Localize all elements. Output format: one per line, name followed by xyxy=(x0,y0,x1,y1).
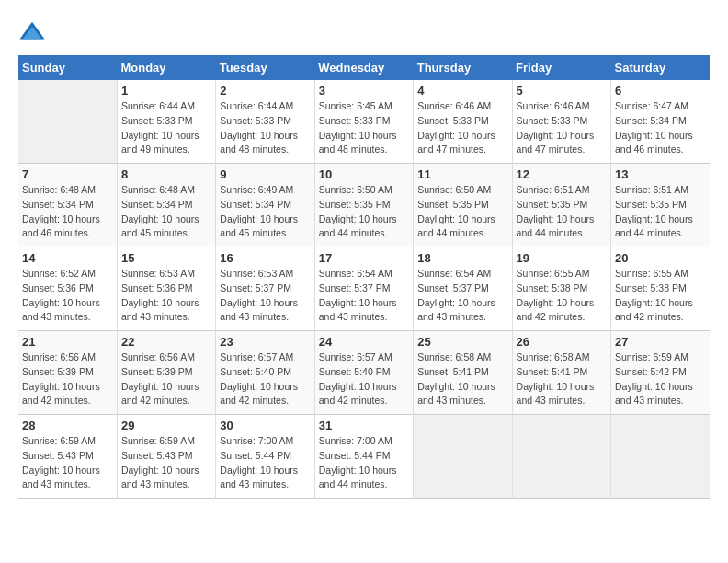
day-info: Sunrise: 6:51 AMSunset: 5:35 PMDaylight:… xyxy=(517,183,607,241)
calendar-cell: 23Sunrise: 6:57 AMSunset: 5:40 PMDayligh… xyxy=(216,331,314,415)
column-header-tuesday: Tuesday xyxy=(216,55,314,80)
day-info: Sunrise: 6:45 AMSunset: 5:33 PMDaylight:… xyxy=(319,99,409,157)
day-number: 18 xyxy=(417,251,507,265)
day-number: 28 xyxy=(22,419,113,432)
page-header xyxy=(18,18,710,46)
calendar-cell: 21Sunrise: 6:56 AMSunset: 5:39 PMDayligh… xyxy=(18,331,117,415)
day-number: 6 xyxy=(615,84,706,98)
day-info: Sunrise: 6:58 AMSunset: 5:41 PMDaylight:… xyxy=(417,350,507,408)
day-number: 24 xyxy=(319,335,409,349)
calendar-cell: 27Sunrise: 6:59 AMSunset: 5:42 PMDayligh… xyxy=(611,331,710,415)
calendar-cell: 25Sunrise: 6:58 AMSunset: 5:41 PMDayligh… xyxy=(414,331,512,415)
calendar-cell: 19Sunrise: 6:55 AMSunset: 5:38 PMDayligh… xyxy=(512,247,610,331)
day-info: Sunrise: 6:48 AMSunset: 5:34 PMDaylight:… xyxy=(121,183,211,241)
day-number: 5 xyxy=(517,84,607,98)
column-header-thursday: Thursday xyxy=(414,55,512,80)
calendar-cell: 24Sunrise: 6:57 AMSunset: 5:40 PMDayligh… xyxy=(314,331,413,415)
column-header-sunday: Sunday xyxy=(18,55,117,80)
day-number: 9 xyxy=(220,167,310,181)
day-number: 11 xyxy=(417,167,507,181)
calendar-cell xyxy=(414,415,512,499)
day-info: Sunrise: 6:52 AMSunset: 5:36 PMDaylight:… xyxy=(22,267,113,325)
calendar-cell: 28Sunrise: 6:59 AMSunset: 5:43 PMDayligh… xyxy=(18,415,117,499)
day-number: 21 xyxy=(22,335,113,349)
day-number: 10 xyxy=(319,167,409,181)
calendar-table: SundayMondayTuesdayWednesdayThursdayFrid… xyxy=(18,55,710,499)
day-info: Sunrise: 7:00 AMSunset: 5:44 PMDaylight:… xyxy=(220,434,310,492)
day-number: 15 xyxy=(121,251,211,265)
calendar-week-row: 21Sunrise: 6:56 AMSunset: 5:39 PMDayligh… xyxy=(18,331,710,415)
day-info: Sunrise: 6:59 AMSunset: 5:42 PMDaylight:… xyxy=(615,350,706,408)
calendar-cell: 15Sunrise: 6:53 AMSunset: 5:36 PMDayligh… xyxy=(117,247,215,331)
calendar-cell: 3Sunrise: 6:45 AMSunset: 5:33 PMDaylight… xyxy=(314,80,413,164)
day-info: Sunrise: 6:47 AMSunset: 5:34 PMDaylight:… xyxy=(615,99,706,157)
day-number: 8 xyxy=(121,167,211,181)
logo xyxy=(18,18,50,46)
calendar-week-row: 28Sunrise: 6:59 AMSunset: 5:43 PMDayligh… xyxy=(18,415,710,499)
calendar-cell: 7Sunrise: 6:48 AMSunset: 5:34 PMDaylight… xyxy=(18,164,117,247)
day-info: Sunrise: 6:46 AMSunset: 5:33 PMDaylight:… xyxy=(417,99,507,157)
day-number: 27 xyxy=(615,335,706,349)
calendar-cell: 5Sunrise: 6:46 AMSunset: 5:33 PMDaylight… xyxy=(512,80,610,164)
calendar-cell: 1Sunrise: 6:44 AMSunset: 5:33 PMDaylight… xyxy=(117,80,215,164)
day-number: 2 xyxy=(220,84,310,98)
day-number: 3 xyxy=(319,84,409,98)
day-info: Sunrise: 6:53 AMSunset: 5:37 PMDaylight:… xyxy=(220,267,310,325)
calendar-cell: 6Sunrise: 6:47 AMSunset: 5:34 PMDaylight… xyxy=(611,80,710,164)
calendar-cell: 31Sunrise: 7:00 AMSunset: 5:44 PMDayligh… xyxy=(314,415,413,499)
day-info: Sunrise: 6:53 AMSunset: 5:36 PMDaylight:… xyxy=(121,267,211,325)
day-number: 25 xyxy=(417,335,507,349)
day-number: 30 xyxy=(220,419,310,432)
calendar-cell xyxy=(18,80,117,164)
calendar-week-row: 14Sunrise: 6:52 AMSunset: 5:36 PMDayligh… xyxy=(18,247,710,331)
calendar-cell: 26Sunrise: 6:58 AMSunset: 5:41 PMDayligh… xyxy=(512,331,610,415)
day-info: Sunrise: 6:50 AMSunset: 5:35 PMDaylight:… xyxy=(417,183,507,241)
day-info: Sunrise: 6:57 AMSunset: 5:40 PMDaylight:… xyxy=(220,350,310,408)
day-info: Sunrise: 6:46 AMSunset: 5:33 PMDaylight:… xyxy=(517,99,607,157)
day-info: Sunrise: 6:44 AMSunset: 5:33 PMDaylight:… xyxy=(220,99,310,157)
calendar-cell: 12Sunrise: 6:51 AMSunset: 5:35 PMDayligh… xyxy=(512,164,610,247)
day-info: Sunrise: 6:56 AMSunset: 5:39 PMDaylight:… xyxy=(121,350,211,408)
column-header-saturday: Saturday xyxy=(611,55,710,80)
calendar-cell: 8Sunrise: 6:48 AMSunset: 5:34 PMDaylight… xyxy=(117,164,215,247)
day-number: 31 xyxy=(319,419,409,432)
calendar-cell: 30Sunrise: 7:00 AMSunset: 5:44 PMDayligh… xyxy=(216,415,314,499)
calendar-cell: 10Sunrise: 6:50 AMSunset: 5:35 PMDayligh… xyxy=(314,164,413,247)
day-number: 12 xyxy=(517,167,607,181)
logo-icon xyxy=(18,18,46,46)
day-number: 29 xyxy=(121,419,211,432)
day-number: 26 xyxy=(517,335,607,349)
day-number: 22 xyxy=(121,335,211,349)
day-number: 16 xyxy=(220,251,310,265)
calendar-cell: 9Sunrise: 6:49 AMSunset: 5:34 PMDaylight… xyxy=(216,164,314,247)
calendar-week-row: 1Sunrise: 6:44 AMSunset: 5:33 PMDaylight… xyxy=(18,80,710,164)
calendar-week-row: 7Sunrise: 6:48 AMSunset: 5:34 PMDaylight… xyxy=(18,164,710,247)
day-info: Sunrise: 6:56 AMSunset: 5:39 PMDaylight:… xyxy=(22,350,113,408)
calendar-cell: 22Sunrise: 6:56 AMSunset: 5:39 PMDayligh… xyxy=(117,331,215,415)
day-info: Sunrise: 6:51 AMSunset: 5:35 PMDaylight:… xyxy=(615,183,706,241)
day-number: 20 xyxy=(615,251,706,265)
day-info: Sunrise: 6:54 AMSunset: 5:37 PMDaylight:… xyxy=(319,267,409,325)
day-info: Sunrise: 6:57 AMSunset: 5:40 PMDaylight:… xyxy=(319,350,409,408)
day-info: Sunrise: 7:00 AMSunset: 5:44 PMDaylight:… xyxy=(319,434,409,492)
day-info: Sunrise: 6:55 AMSunset: 5:38 PMDaylight:… xyxy=(517,267,607,325)
day-info: Sunrise: 6:54 AMSunset: 5:37 PMDaylight:… xyxy=(417,267,507,325)
day-number: 1 xyxy=(121,84,211,98)
day-info: Sunrise: 6:55 AMSunset: 5:38 PMDaylight:… xyxy=(615,267,706,325)
day-info: Sunrise: 6:50 AMSunset: 5:35 PMDaylight:… xyxy=(319,183,409,241)
day-info: Sunrise: 6:59 AMSunset: 5:43 PMDaylight:… xyxy=(121,434,211,492)
calendar-cell: 29Sunrise: 6:59 AMSunset: 5:43 PMDayligh… xyxy=(117,415,215,499)
calendar-cell: 17Sunrise: 6:54 AMSunset: 5:37 PMDayligh… xyxy=(314,247,413,331)
day-number: 7 xyxy=(22,167,113,181)
calendar-cell: 4Sunrise: 6:46 AMSunset: 5:33 PMDaylight… xyxy=(414,80,512,164)
day-number: 4 xyxy=(417,84,507,98)
day-info: Sunrise: 6:44 AMSunset: 5:33 PMDaylight:… xyxy=(121,99,211,157)
column-header-monday: Monday xyxy=(117,55,215,80)
day-number: 13 xyxy=(615,167,706,181)
calendar-cell: 2Sunrise: 6:44 AMSunset: 5:33 PMDaylight… xyxy=(216,80,314,164)
day-number: 17 xyxy=(319,251,409,265)
day-number: 14 xyxy=(22,251,113,265)
calendar-cell xyxy=(512,415,610,499)
calendar-cell: 20Sunrise: 6:55 AMSunset: 5:38 PMDayligh… xyxy=(611,247,710,331)
column-header-wednesday: Wednesday xyxy=(314,55,413,80)
